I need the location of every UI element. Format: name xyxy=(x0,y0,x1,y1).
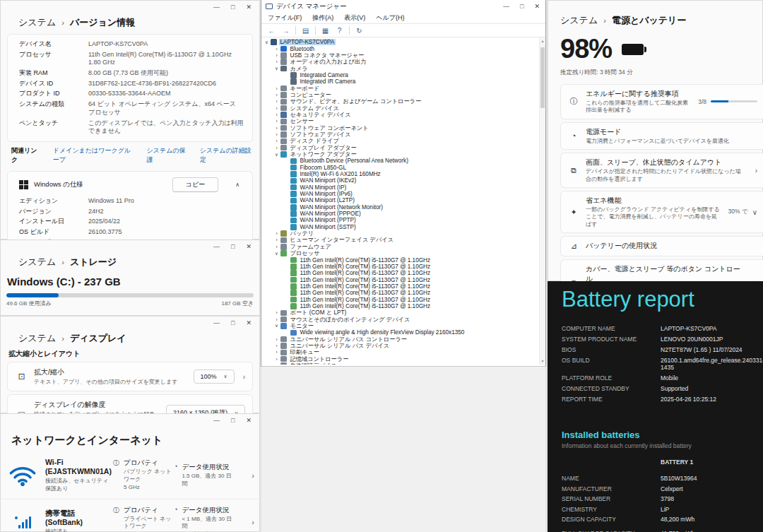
tree-label[interactable]: 11th Gen Intel(R) Core(TM) i5-1130G7 @ 1… xyxy=(299,270,432,276)
chevron-right-icon[interactable]: › xyxy=(252,518,254,526)
tree-label[interactable]: 11th Gen Intel(R) Core(TM) i5-1130G7 @ 1… xyxy=(299,297,432,303)
close-icon[interactable]: ✕ xyxy=(534,3,540,10)
scroll-up-icon[interactable]: ▲ xyxy=(540,39,545,43)
tree-label[interactable]: プロセッサ xyxy=(289,249,321,257)
close-icon[interactable]: ✕ xyxy=(246,4,252,11)
back-icon[interactable]: ← xyxy=(266,25,278,36)
minimize-icon[interactable]: — xyxy=(503,3,509,10)
energy-recommendations-card[interactable]: ⓘ エネルギーに関する推奨事項 これらの推奨事項を適用して二酸化炭素排出量を削減… xyxy=(560,84,763,119)
expander-icon[interactable]: › xyxy=(273,146,280,150)
tree-row[interactable]: 11th Gen Intel(R) Core(TM) i5-1130G7 @ 1… xyxy=(264,256,537,263)
maximize-icon[interactable]: □ xyxy=(520,3,524,10)
toolbar-separator[interactable] xyxy=(295,26,296,35)
properties-icon[interactable]: ▦ xyxy=(319,25,331,36)
expander-icon[interactable]: ∨ xyxy=(264,40,270,45)
maximize-icon[interactable]: □ xyxy=(231,417,235,424)
tree-label[interactable]: WAN Miniport (Network Monitor) xyxy=(299,204,385,211)
expander-icon[interactable]: ∨ xyxy=(273,152,280,158)
expander-icon[interactable]: › xyxy=(273,317,280,322)
tree-label[interactable]: Fibocom L850-GL xyxy=(299,165,348,171)
tree-row[interactable]: ∨ プロセッサ xyxy=(264,250,537,256)
tree-row[interactable]: 11th Gen Intel(R) Core(TM) i5-1130G7 @ 1… xyxy=(264,283,537,290)
link-advanced-system-settings[interactable]: システムの詳細設定 xyxy=(200,146,252,165)
tree-label[interactable]: モニター xyxy=(289,322,315,330)
expander-icon[interactable]: › xyxy=(273,337,280,342)
expander-icon[interactable]: ∨ xyxy=(273,323,280,329)
close-icon[interactable]: ✕ xyxy=(246,417,252,424)
minimize-icon[interactable]: — xyxy=(213,243,220,250)
expander-icon[interactable]: › xyxy=(273,244,280,249)
toolbar-separator[interactable] xyxy=(315,26,316,35)
minimize-icon[interactable]: — xyxy=(213,417,220,424)
tree-label[interactable]: ネットワーク アダプター xyxy=(289,150,358,158)
tree-row[interactable]: 11th Gen Intel(R) Core(TM) i5-1130G7 @ 1… xyxy=(264,290,537,296)
wifi-data-usage-label[interactable]: データ使用状況 xyxy=(182,463,235,472)
maximize-icon[interactable]: □ xyxy=(231,319,235,326)
breadcrumb-root[interactable]: システム xyxy=(18,256,56,268)
tree-row[interactable]: Intel(R) Wi-Fi 6 AX201 160MHz xyxy=(264,171,537,177)
expander-icon[interactable]: › xyxy=(273,363,280,365)
expander-icon[interactable]: › xyxy=(273,106,280,111)
tree-row[interactable]: WAN Miniport (IP) xyxy=(264,184,537,191)
link-domain-workgroup[interactable]: ドメインまたはワークグループ xyxy=(53,146,134,165)
menu-item[interactable]: ファイル(F) xyxy=(268,13,302,23)
tree-row[interactable]: Integrated Camera xyxy=(264,72,537,78)
wifi-row[interactable]: Wi-Fi (EJASTKWMN01A) 接続済み、セキュリティ保護あり ⓘ プ… xyxy=(0,451,260,499)
tree-label[interactable]: Intel(R) Wi-Fi 6 AX201 160MHz xyxy=(299,171,382,177)
expander-icon[interactable]: › xyxy=(273,119,280,124)
tree-row[interactable]: › 生体認証デバイス xyxy=(264,362,537,365)
tree-label[interactable]: WAN Miniport (PPPOE) xyxy=(299,211,362,217)
tree-label[interactable]: Bluetooth Device (Personal Area Network) xyxy=(299,158,410,164)
expander-icon[interactable]: › xyxy=(273,138,280,143)
chevron-icon[interactable]: ∨ xyxy=(752,208,757,216)
tree-row[interactable]: WAN Miniport (PPPOE) xyxy=(264,211,537,217)
power-card[interactable]: ✦ 省エネ機能 一部のバックグラウンド アクティビティを制限することで、電力消費… xyxy=(560,191,763,233)
tree-row[interactable]: ∨ LAPTOP-KS7CV0PA xyxy=(264,39,537,45)
chevron-icon[interactable]: › xyxy=(755,167,757,175)
help-icon[interactable]: ? xyxy=(333,25,345,36)
cellular-data-usage-label[interactable]: データ使用状況 xyxy=(182,506,235,515)
toolbar-separator[interactable] xyxy=(349,26,350,35)
expander-icon[interactable]: › xyxy=(273,53,280,58)
breadcrumb-root[interactable]: システム xyxy=(560,14,598,27)
menu-item[interactable]: 表示(V) xyxy=(344,13,365,23)
tree-row[interactable]: Bluetooth Device (Personal Area Network) xyxy=(264,158,537,164)
tree-row[interactable]: 11th Gen Intel(R) Core(TM) i5-1130G7 @ 1… xyxy=(264,264,537,270)
tree-label[interactable]: 11th Gen Intel(R) Core(TM) i5-1130G7 @ 1… xyxy=(299,264,432,270)
tree-label[interactable]: 11th Gen Intel(R) Core(TM) i5-1130G7 @ 1… xyxy=(299,257,432,264)
expander-icon[interactable]: › xyxy=(273,132,280,137)
minimize-icon[interactable]: — xyxy=(213,4,220,11)
console-tree-icon[interactable]: ▤ xyxy=(300,25,312,36)
expander-icon[interactable]: › xyxy=(273,59,280,64)
tree-row[interactable]: WAN Miniport (IKEv2) xyxy=(264,177,537,184)
power-card[interactable]: ⧉ 画面、スリープ、休止状態のタイムアウト デバイスが指定された時間にわたりアイ… xyxy=(560,153,763,188)
expander-icon[interactable]: › xyxy=(273,357,280,362)
link-system-protection[interactable]: システムの保護 xyxy=(147,146,187,165)
tree-label[interactable]: WAN Miniport (IP) xyxy=(299,184,348,191)
breadcrumb-root[interactable]: システム xyxy=(18,16,56,29)
expander-icon[interactable]: › xyxy=(273,112,280,117)
close-icon[interactable]: ✕ xyxy=(246,243,252,250)
tree-label[interactable]: 生体認証デバイス xyxy=(289,362,338,365)
expander-icon[interactable]: › xyxy=(273,99,280,104)
tree-label[interactable]: WAN Miniport (IKEv2) xyxy=(299,177,358,184)
expander-icon[interactable]: › xyxy=(273,343,280,348)
copy-button[interactable]: コピー xyxy=(172,177,218,192)
tree-label[interactable]: カメラ xyxy=(289,65,309,73)
expander-icon[interactable]: › xyxy=(273,231,280,236)
expander-icon[interactable]: › xyxy=(273,93,280,97)
tree-row[interactable]: ∨ カメラ xyxy=(264,65,537,71)
tree-row[interactable]: WAN Miniport (Network Monitor) xyxy=(264,204,537,211)
close-icon[interactable]: ✕ xyxy=(246,319,252,326)
tree-label[interactable]: WAN Miniport (L2TP) xyxy=(299,197,357,203)
tree-label[interactable]: 11th Gen Intel(R) Core(TM) i5-1130G7 @ 1… xyxy=(299,290,432,296)
power-card[interactable]: ≡ カバー、電源とスリープ 等のボタン コントロール デバイスの物理コントロール… xyxy=(560,259,763,281)
chevron-up-icon[interactable]: ∧ xyxy=(235,182,239,188)
tree-row[interactable]: WAN Miniport (L2TP) xyxy=(264,197,537,203)
chevron-right-icon[interactable]: › xyxy=(252,471,254,480)
expander-icon[interactable]: › xyxy=(273,126,280,131)
tree-row[interactable]: Fibocom L850-GL xyxy=(264,165,537,171)
breadcrumb-root[interactable]: システム xyxy=(18,332,56,345)
tree-row[interactable]: ∨ ネットワーク アダプター xyxy=(264,151,537,158)
scroll-down-icon[interactable]: ▼ xyxy=(540,359,545,363)
